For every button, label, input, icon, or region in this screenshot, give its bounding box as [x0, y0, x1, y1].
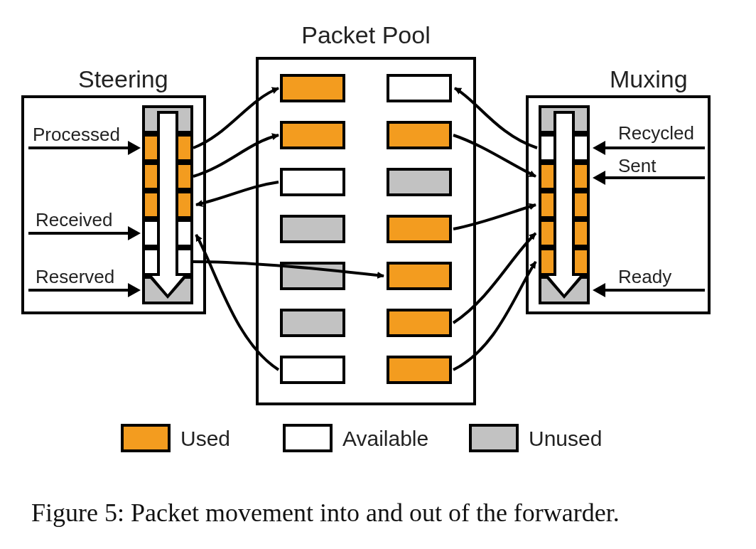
steering-arrow-shaft — [157, 118, 178, 276]
pool-left-2 — [280, 121, 345, 149]
steering-arrow-reserved-line — [28, 289, 129, 292]
steering-label-processed: Processed — [33, 124, 120, 146]
legend-label-unused: Unused — [529, 427, 602, 451]
pool-left-3 — [280, 168, 345, 196]
pool-right-1 — [387, 74, 452, 102]
steering-arrow-processed-line — [28, 146, 129, 149]
pool-left-1 — [280, 74, 345, 102]
pool-left-5 — [280, 262, 345, 290]
legend-label-available: Available — [342, 427, 428, 451]
muxing-label-ready: Ready — [618, 266, 671, 288]
steering-arrow-head-inner — [152, 276, 183, 294]
steering-label-received: Received — [36, 209, 112, 231]
pool-left-6 — [280, 309, 345, 337]
pool-right-2 — [387, 121, 452, 149]
muxing-arrow-ready-line — [604, 289, 705, 292]
steering-title: Steering — [78, 65, 168, 93]
legend-swatch-available — [283, 424, 333, 452]
legend-swatch-unused — [469, 424, 519, 452]
pool-right-6 — [387, 309, 452, 337]
muxing-arrow-recycled-head — [593, 141, 605, 155]
muxing-arrow-sent-head — [593, 171, 605, 185]
muxing-arrow-recycled-line — [604, 146, 705, 149]
muxing-arrow-sent-line — [604, 176, 705, 179]
packet-pool-title: Packet Pool — [256, 21, 476, 49]
muxing-arrow-head-inner — [549, 276, 580, 294]
muxing-label-recycled: Recycled — [618, 122, 694, 144]
steering-arrow-received-line — [28, 232, 129, 235]
muxing-arrow-ready-head — [593, 283, 605, 297]
muxing-label-sent: Sent — [618, 155, 657, 177]
legend-label-used: Used — [180, 427, 230, 451]
muxing-arrow-shaft — [554, 118, 575, 276]
muxing-arrow-cap — [554, 111, 575, 118]
steering-arrow-reserved-head — [128, 283, 141, 297]
pool-right-7 — [387, 356, 452, 384]
pool-right-3 — [387, 168, 452, 196]
steering-label-reserved: Reserved — [36, 266, 114, 288]
pool-right-4 — [387, 215, 452, 243]
pool-left-7 — [280, 356, 345, 384]
pool-right-5 — [387, 262, 452, 290]
muxing-title: Muxing — [610, 65, 688, 93]
steering-arrow-cap — [157, 111, 178, 118]
steering-arrow-processed-head — [128, 141, 141, 155]
pool-left-4 — [280, 215, 345, 243]
legend-swatch-used — [121, 424, 171, 452]
figure-caption: Figure 5: Packet movement into and out o… — [31, 498, 728, 528]
steering-arrow-received-head — [128, 226, 141, 240]
